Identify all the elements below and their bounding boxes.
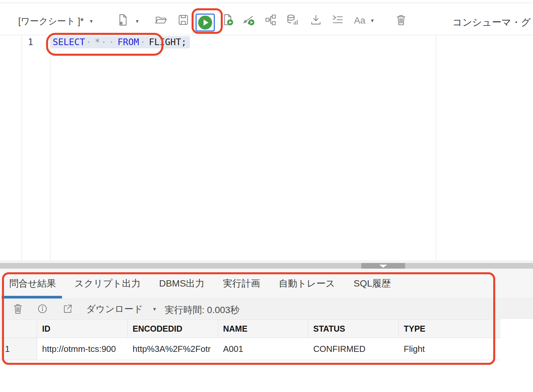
database-stats-icon bbox=[286, 14, 299, 27]
open-external-icon bbox=[62, 303, 74, 316]
splitter-strip bbox=[0, 260, 533, 263]
editor-right-divider bbox=[436, 35, 436, 260]
download-icon bbox=[310, 14, 322, 27]
whitespace-dot: ·· bbox=[101, 37, 117, 47]
whitespace-dot: · bbox=[86, 37, 94, 47]
active-tab-indicator bbox=[2, 296, 62, 298]
autotrace-button[interactable] bbox=[241, 13, 256, 28]
cell-status[interactable]: CONFIRMED bbox=[308, 338, 399, 360]
elapsed-time-label: 実行時間: 0.003秒 bbox=[165, 304, 240, 316]
explain-plan-icon bbox=[265, 14, 277, 27]
font-size-icon: Aa bbox=[354, 15, 365, 26]
download-button[interactable] bbox=[309, 13, 323, 28]
chevron-down-icon: ▼ bbox=[152, 306, 157, 312]
clear-worksheet-button[interactable] bbox=[394, 13, 408, 28]
run-script-button[interactable] bbox=[221, 13, 235, 28]
tab-query-result[interactable]: 問合せ結果 bbox=[9, 277, 56, 290]
selected-sql-text: SELECT·*··FROM·FLIGHT; bbox=[51, 36, 190, 48]
sql-identifier: FLIGHT; bbox=[149, 37, 187, 47]
trash-icon bbox=[395, 14, 407, 27]
tab-sql-history[interactable]: SQL履歴 bbox=[354, 277, 391, 290]
tab-script-output[interactable]: スクリプト出力 bbox=[75, 277, 141, 290]
info-icon bbox=[36, 303, 48, 316]
line-number: 1 bbox=[24, 37, 33, 47]
new-file-icon bbox=[116, 14, 129, 27]
autotrace-chart-icon bbox=[242, 14, 255, 27]
table-row: 1 http://otmm-tcs:900 http%3A%2F%2Fotr A… bbox=[0, 338, 501, 360]
worksheet-toolbar: [ワークシート ]* ▼ ▼ bbox=[0, 3, 533, 35]
header-rownum[interactable] bbox=[0, 320, 37, 338]
chevron-down-icon: ▼ bbox=[370, 18, 375, 23]
cell-id[interactable]: http://otmm-tcs:900 bbox=[37, 338, 128, 360]
header-name[interactable]: NAME bbox=[218, 320, 308, 338]
new-file-dropdown[interactable]: ▼ bbox=[133, 17, 141, 25]
cell-type[interactable]: Flight bbox=[399, 338, 501, 360]
header-divider bbox=[0, 3, 533, 3]
table-header-row: ID ENCODEDID NAME STATUS TYPE bbox=[0, 320, 501, 338]
run-script-icon bbox=[222, 14, 234, 27]
chevron-down-icon: ▼ bbox=[89, 19, 94, 24]
results-tabbar: 問合せ結果 スクリプト出力 DBMS出力 実行計画 自動トレース SQL履歴 bbox=[0, 269, 533, 298]
chevron-down-icon: ▼ bbox=[135, 19, 140, 24]
save-button[interactable] bbox=[176, 13, 191, 28]
open-external-button[interactable] bbox=[60, 302, 75, 316]
results-panel: 問合せ結果 スクリプト出力 DBMS出力 実行計画 自動トレース SQL履歴 bbox=[0, 269, 533, 392]
cell-encodedid[interactable]: http%3A%2F%2Fotr bbox=[128, 338, 218, 360]
worksheet-title: [ワークシート ]* bbox=[18, 15, 84, 27]
header-id[interactable]: ID bbox=[37, 320, 128, 338]
header-encodedid[interactable]: ENCODEDID bbox=[128, 320, 218, 338]
format-indent-icon bbox=[331, 14, 344, 27]
format-button[interactable] bbox=[330, 13, 345, 28]
save-icon bbox=[177, 14, 190, 27]
sql-star: * bbox=[95, 37, 100, 47]
worksheet-selector[interactable]: [ワークシート ]* ▼ bbox=[18, 15, 93, 27]
sql-keyword: FROM bbox=[118, 37, 139, 47]
collapse-down-icon bbox=[379, 265, 387, 268]
consumer-group-label: コンシューマ・グ bbox=[452, 16, 533, 29]
run-play-icon bbox=[198, 16, 212, 30]
tab-dbms-output[interactable]: DBMS出力 bbox=[159, 277, 205, 290]
whitespace-dot: · bbox=[140, 37, 148, 47]
sql-editor-line[interactable]: SELECT·*··FROM·FLIGHT; bbox=[51, 36, 190, 48]
download-label: ダウンロード bbox=[86, 303, 143, 315]
splitter-handle[interactable] bbox=[361, 263, 405, 269]
results-toolbar: ダウンロード ▼ 実行時間: 0.003秒 bbox=[0, 299, 533, 319]
results-table: ID ENCODEDID NAME STATUS TYPE 1 http://o… bbox=[0, 319, 501, 360]
toolbar-divider bbox=[0, 35, 533, 35]
tab-execution-plan[interactable]: 実行計画 bbox=[223, 277, 260, 290]
splitter-bar[interactable] bbox=[0, 263, 533, 269]
tab-autotrace[interactable]: 自動トレース bbox=[279, 277, 335, 290]
download-results-button[interactable]: ダウンロード ▼ bbox=[86, 303, 157, 315]
header-type[interactable]: TYPE bbox=[399, 320, 501, 338]
open-folder-icon bbox=[155, 14, 167, 27]
trash-icon bbox=[12, 303, 24, 316]
header-status[interactable]: STATUS bbox=[308, 320, 399, 338]
sql-tuning-button[interactable] bbox=[285, 13, 300, 28]
new-file-button[interactable] bbox=[115, 13, 130, 28]
clear-results-button[interactable] bbox=[11, 302, 25, 316]
run-statement-button[interactable] bbox=[196, 14, 215, 32]
sql-keyword: SELECT bbox=[53, 37, 85, 47]
sql-worksheet-window: [ワークシート ]* ▼ ▼ bbox=[0, 0, 533, 392]
open-file-button[interactable] bbox=[154, 13, 168, 28]
gutter-right-border bbox=[50, 35, 50, 260]
cell-rownum[interactable]: 1 bbox=[0, 338, 37, 360]
explain-plan-button[interactable] bbox=[264, 13, 278, 28]
font-size-button[interactable]: Aa ▼ bbox=[354, 15, 375, 26]
gutter-left-border bbox=[22, 35, 22, 260]
info-button[interactable] bbox=[35, 302, 50, 316]
cell-name[interactable]: A001 bbox=[218, 338, 308, 360]
